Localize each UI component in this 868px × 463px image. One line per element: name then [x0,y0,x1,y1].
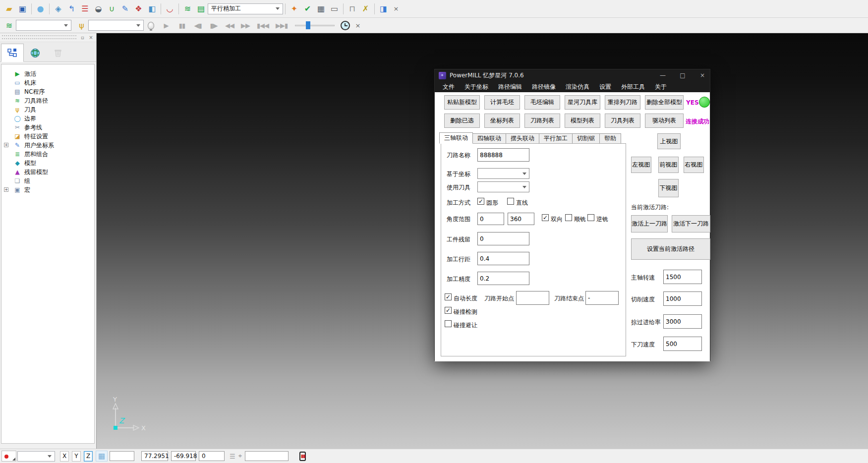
tool-check-icon[interactable]: ✔ [301,2,314,15]
set-active-path-button[interactable]: 设置当前激活路径 [631,238,710,260]
view-right-button[interactable]: 右视图 [684,157,704,173]
tolerance-input[interactable] [477,272,529,285]
tab-recycle-bin[interactable] [47,44,69,62]
drive-list-button[interactable]: 驱动列表 [645,114,684,128]
menu-path-mirror[interactable]: 路径镜像 [527,83,561,91]
view-left-button[interactable]: 左视图 [631,157,651,173]
based-coord-select[interactable] [477,168,529,179]
tool-holder-pair-icon[interactable]: ⊓ [346,2,358,15]
rearrange-toolpaths-button[interactable]: 重排列刀路 [605,95,640,110]
ball-tool-icon[interactable]: ◒ [92,2,105,15]
toolbar-close-icon[interactable]: × [391,3,402,14]
tab-3axis[interactable]: 三轴联动 [439,132,473,144]
save-project-icon[interactable]: ▣ [16,2,29,15]
pause-button[interactable]: ▮▮ [174,19,189,32]
auto-length-checkbox[interactable] [445,293,452,300]
close-button[interactable]: × [699,72,706,79]
coord-x-field[interactable]: 77.2951 [141,451,168,461]
gouge-check-icon[interactable]: ∪ [106,2,118,15]
menu-file[interactable]: 文件 [438,83,460,91]
sim-toolbar-close-icon[interactable]: × [352,20,363,31]
tree-item-macros[interactable]: ▣宏 [1,185,94,194]
compare-models-icon[interactable]: ◨ [377,2,390,15]
activate-next-button[interactable]: 激活下一刀路 [672,215,710,232]
block-icon[interactable]: ◈ [52,2,64,15]
dialog-titlebar[interactable]: PowerMILL 忆梦星河 7.0.6 — □ × [435,69,710,81]
tree-item-activate[interactable]: ▶激活 [1,69,94,78]
tool-library-button[interactable]: 星河刀具库 [565,95,600,110]
rapid-heights-icon[interactable]: ☰ [79,2,91,15]
circle-mode-checkbox[interactable] [477,198,484,205]
open-project-icon[interactable]: ▰ [3,2,15,15]
view-bottom-button[interactable]: 下视图 [658,179,679,197]
toolpath-list-button[interactable]: 刀路列表 [524,114,560,128]
curve-editor-icon[interactable]: ✎ [119,2,131,15]
go-start-button[interactable]: ▮◀◀ [254,19,272,32]
machining-strategy-select[interactable]: 平行精加工 [208,3,283,14]
shaded-view-icon[interactable]: ● [34,2,47,15]
tool-list-button[interactable]: 刀具列表 [605,114,640,128]
panel-grip[interactable]: ▫ × [0,33,96,42]
tree-item-tools[interactable]: ψ刀具 [1,105,94,114]
delete-selected-button[interactable]: 删除已选 [444,114,480,128]
statusbar-select[interactable] [17,451,55,462]
model-list-button[interactable]: 模型列表 [565,114,600,128]
step-back-button[interactable]: ◀▮ [190,19,205,32]
view-front-button[interactable]: 前视图 [658,157,679,173]
bidirectional-checkbox[interactable] [542,214,549,221]
menu-external-tools[interactable]: 外部工具 [616,83,650,91]
sim-toolpath-select[interactable] [16,20,71,31]
tree-item-workplanes[interactable]: ✎用户坐标系 [1,141,94,150]
grid-snap-icon[interactable]: ▦ [96,451,108,462]
active-toolpath-icon[interactable]: ≋ [181,2,194,15]
crossing-arrows-icon[interactable]: ✗ [359,2,372,15]
panel-float-icon[interactable]: ▫ [79,34,86,41]
maximize-button[interactable]: □ [679,72,686,79]
menu-about[interactable]: 关于 [650,83,672,91]
strategy-list-icon[interactable]: ▤ [195,2,207,15]
paste-new-model-button[interactable]: 粘贴新模型 [444,95,480,110]
climb-checkbox[interactable] [565,214,572,221]
leads-links-icon[interactable]: ◡ [164,2,176,15]
toolpath-name-input[interactable] [477,148,529,162]
toolpath-connections-icon[interactable]: ↰ [65,2,78,15]
pattern-icon[interactable]: ❖ [132,2,145,15]
tree-item-machine[interactable]: ▭机床 [1,78,94,87]
coord-z-field[interactable]: 0 [199,451,225,461]
tab-help[interactable]: 帮助 [600,133,621,144]
tree-item-groups[interactable]: ❏组 [1,176,94,185]
tab-4axis[interactable]: 四轴联动 [473,133,506,144]
use-tool-select[interactable] [477,181,529,192]
y-axis-button[interactable]: Y [72,451,81,462]
expander-icon[interactable] [4,187,8,192]
spindle-speed-input[interactable] [663,270,702,284]
tree-item-toolpaths[interactable]: ≋刀具路径 [1,96,94,105]
sim-tool-select[interactable] [88,20,144,31]
cutting-feed-input[interactable] [663,291,702,306]
view-top-button[interactable]: 上视图 [657,133,681,149]
tree-item-feature-sets[interactable]: ◪特征设置 [1,132,94,141]
angle-to-input[interactable] [508,213,534,225]
block-edit-button[interactable]: 毛坯编辑 [524,95,560,110]
tree-item-levels-sets[interactable]: ≣层和组合 [1,150,94,159]
tab-parallel[interactable]: 平行加工 [539,133,573,144]
stock-remain-input[interactable] [477,232,529,245]
slider-thumb[interactable] [306,21,310,29]
collision-check-checkbox[interactable] [445,307,452,314]
go-end-button[interactable]: ▶▶▮ [273,19,290,32]
grid-size-field[interactable] [110,451,134,461]
position-field[interactable] [245,451,289,461]
menu-settings[interactable]: 设置 [594,83,616,91]
start-point-input[interactable] [516,291,549,305]
tree-item-nc-programs[interactable]: ▤NC程序 [1,87,94,96]
line-mode-checkbox[interactable] [507,198,514,205]
ruler-icon[interactable]: ▭ [328,2,341,15]
step-forward-button[interactable]: ▮▶ [206,19,221,32]
expander-icon[interactable] [4,143,8,147]
tab-globe[interactable] [24,44,47,62]
calculator-icon[interactable]: ▦ [315,2,327,15]
sim-speed-slider[interactable] [295,21,335,30]
play-button[interactable]: ▶ [159,19,174,32]
activate-prev-button[interactable]: 激活上一刀路 [631,215,668,232]
tree-item-boundaries[interactable]: ◯边界 [1,114,94,123]
